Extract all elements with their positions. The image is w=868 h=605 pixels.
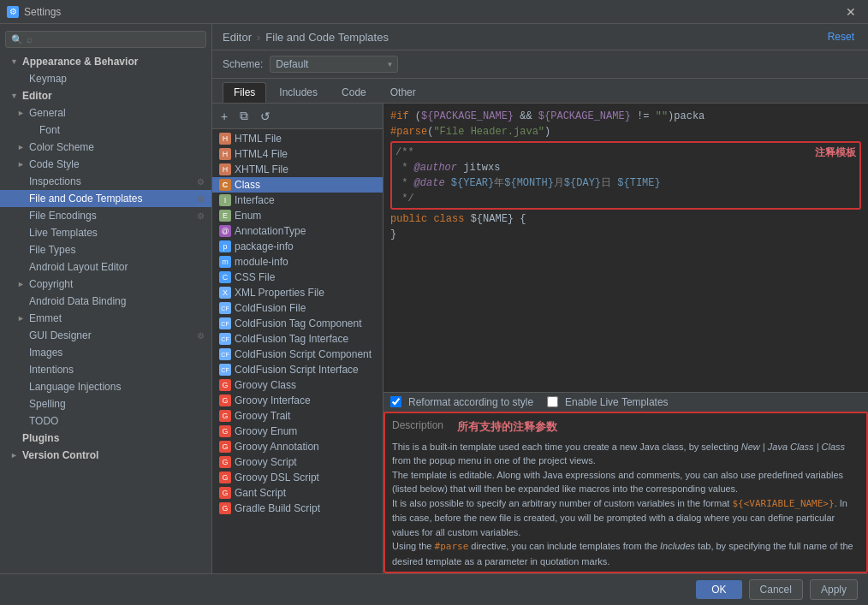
settings-icon: ⚙ [197, 331, 205, 341]
file-item-label: AnnotationType [235, 225, 306, 237]
close-button[interactable]: ✕ [841, 3, 861, 21]
list-item[interactable]: G Groovy Trait [212, 408, 383, 424]
list-item[interactable]: G Gradle Build Script [212, 501, 383, 516]
sidebar-item-gui-designer[interactable]: GUI Designer ⚙ [0, 327, 211, 344]
sidebar-item-keymap[interactable]: Keymap [0, 70, 211, 87]
sidebar-item-copyright[interactable]: ► Copyright [0, 276, 211, 293]
list-item[interactable]: CF ColdFusion Tag Interface [212, 331, 383, 347]
code-line: /** [395, 145, 856, 160]
ok-button[interactable]: OK [696, 580, 741, 599]
sidebar-item-version-control[interactable]: ► Version Control [0, 447, 211, 464]
sidebar-item-general[interactable]: ► General [0, 104, 211, 122]
cancel-button[interactable]: Cancel [749, 579, 803, 600]
list-item[interactable]: CF ColdFusion Script Interface [212, 362, 383, 377]
sidebar-item-live-templates[interactable]: Live Templates [0, 224, 211, 241]
list-item[interactable]: CF ColdFusion File [212, 300, 383, 316]
editor-bottom: Reformat according to style Enable Live … [383, 392, 868, 412]
breadcrumb-parent: Editor [223, 31, 252, 44]
settings-icon: ⚙ [197, 177, 205, 187]
sidebar-item-font[interactable]: Font [0, 122, 211, 139]
list-item[interactable]: m module-info [212, 254, 383, 270]
sidebar-item-appearance[interactable]: ▼ Appearance & Behavior [0, 53, 211, 70]
file-item-label: package-info [235, 240, 294, 252]
list-item[interactable]: G Groovy Annotation [212, 439, 383, 454]
description-wrapper: Description 所有支持的注释参数 This is a built-in… [383, 412, 868, 574]
sidebar-item-inspections[interactable]: Inspections ⚙ [0, 173, 211, 190]
file-item-label: Groovy Script [235, 456, 297, 468]
sidebar-item-editor[interactable]: ▼ Editor [0, 87, 211, 104]
list-item[interactable]: G Groovy Script [212, 454, 383, 470]
sidebar-item-images[interactable]: Images [0, 344, 211, 361]
list-item[interactable]: G Groovy Interface [212, 393, 383, 408]
sidebar-item-language-injections[interactable]: Language Injections [0, 378, 211, 395]
sidebar-item-plugins[interactable]: Plugins [0, 430, 211, 447]
sidebar-item-android-data-binding[interactable]: Android Data Binding [0, 293, 211, 310]
groovy-trait-icon: G [219, 410, 231, 422]
sidebar-item-code-style[interactable]: ► Code Style [0, 156, 211, 173]
list-item[interactable]: H XHTML File [212, 162, 383, 177]
list-item-class[interactable]: C Class [212, 177, 383, 193]
sidebar-item-android-layout[interactable]: Android Layout Editor [0, 258, 211, 276]
sidebar-item-label: Live Templates [29, 227, 98, 239]
cf-file-icon: CF [219, 302, 231, 314]
list-item[interactable]: C CSS File [212, 270, 383, 285]
list-item[interactable]: @ AnnotationType [212, 223, 383, 239]
list-item[interactable]: X XML Properties File [212, 285, 383, 300]
tab-includes[interactable]: Includes [268, 82, 329, 103]
sidebar-item-file-code-templates[interactable]: File and Code Templates ⚙ [0, 190, 211, 207]
class-file-icon: C [219, 179, 231, 191]
live-templates-checkbox[interactable] [547, 396, 558, 407]
sidebar-item-color-scheme[interactable]: ► Color Scheme [0, 139, 211, 156]
apply-button[interactable]: Apply [810, 579, 858, 600]
sidebar-item-label: File and Code Templates [29, 193, 143, 205]
sidebar-item-todo[interactable]: TODO [0, 412, 211, 430]
reformat-checkbox[interactable] [390, 396, 401, 407]
list-item[interactable]: G Groovy DSL Script [212, 470, 383, 485]
live-templates-label: Enable Live Templates [565, 396, 669, 408]
list-item[interactable]: G Groovy Enum [212, 424, 383, 439]
arrow-icon: ► [17, 280, 27, 288]
sidebar-item-spelling[interactable]: Spelling [0, 395, 211, 412]
tab-other[interactable]: Other [379, 82, 427, 103]
list-item[interactable]: H HTML File [212, 131, 383, 146]
live-templates-checkbox-row: Enable Live Templates [547, 396, 669, 408]
scheme-select[interactable]: Default Project [270, 56, 398, 73]
xml-file-icon: X [219, 287, 231, 299]
search-box[interactable]: 🔍 [5, 31, 206, 48]
sidebar-item-intentions[interactable]: Intentions [0, 361, 211, 378]
list-item[interactable]: G Groovy Class [212, 377, 383, 393]
sidebar-item-file-encodings[interactable]: File Encodings ⚙ [0, 207, 211, 224]
main-container: 🔍 ▼ Appearance & Behavior Keymap ▼ Edito… [0, 24, 868, 605]
code-editor[interactable]: #if (${PACKAGE_NAME} && ${PACKAGE_NAME} … [383, 104, 868, 392]
sidebar-item-label: Appearance & Behavior [22, 56, 138, 68]
sidebar-item-label: Android Layout Editor [29, 261, 128, 273]
list-item[interactable]: CF ColdFusion Script Component [212, 347, 383, 362]
editor-panel: #if (${PACKAGE_NAME} && ${PACKAGE_NAME} … [383, 104, 868, 573]
copy-template-button[interactable]: ⧉ [236, 107, 252, 125]
list-item[interactable]: I Interface [212, 193, 383, 208]
sidebar-item-label: File Encodings [29, 210, 97, 222]
tab-files[interactable]: Files [223, 82, 266, 103]
list-item[interactable]: G Gant Script [212, 485, 383, 501]
add-template-button[interactable]: + [217, 108, 231, 125]
code-line: #if (${PACKAGE_NAME} && ${PACKAGE_NAME} … [390, 109, 861, 124]
sidebar-item-label: Intentions [29, 364, 74, 376]
list-item[interactable]: H HTML4 File [212, 146, 383, 162]
search-input[interactable] [27, 33, 200, 45]
file-item-label: Interface [235, 194, 275, 206]
sidebar-item-label: Plugins [22, 432, 59, 444]
undo-button[interactable]: ↺ [257, 108, 274, 125]
arrow-icon: ► [17, 314, 27, 323]
list-item[interactable]: p package-info [212, 239, 383, 254]
search-icon: 🔍 [11, 34, 23, 45]
arrow-icon: ▼ [10, 92, 21, 100]
window-title: Settings [24, 6, 841, 18]
tab-code[interactable]: Code [330, 82, 378, 103]
list-item[interactable]: E Enum [212, 208, 383, 223]
interface-file-icon: I [219, 194, 231, 206]
list-item[interactable]: CF ColdFusion Tag Component [212, 316, 383, 331]
file-item-label: HTML File [235, 133, 282, 145]
sidebar-item-emmet[interactable]: ► Emmet [0, 310, 211, 327]
reset-button[interactable]: Reset [824, 29, 858, 44]
sidebar-item-file-types[interactable]: File Types [0, 241, 211, 258]
